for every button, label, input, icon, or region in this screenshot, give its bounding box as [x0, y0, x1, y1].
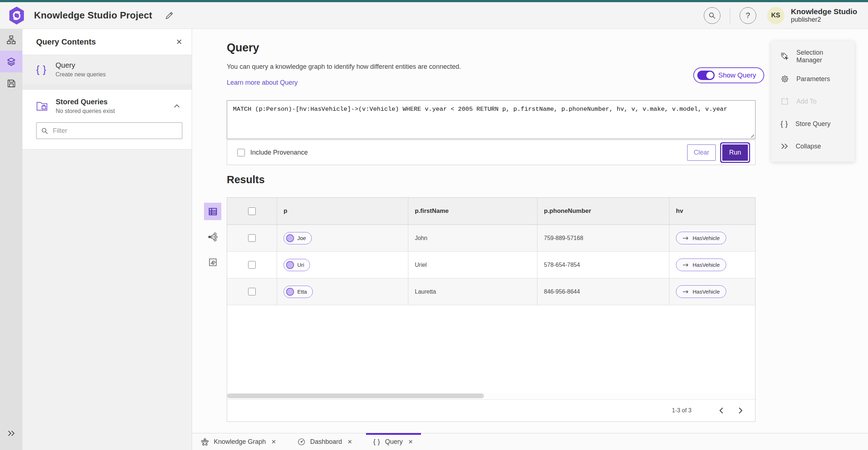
learn-more-link[interactable]: Learn more about Query — [227, 79, 298, 87]
close-icon[interactable]: ✕ — [408, 438, 414, 446]
tab-label: Query — [385, 438, 403, 446]
avatar[interactable]: KS — [767, 7, 784, 24]
column-header-firstname[interactable]: p.firstName — [408, 198, 537, 224]
user-name: Knowledge Studio — [791, 7, 857, 16]
close-icon[interactable]: ✕ — [347, 438, 353, 446]
cell-firstname: Lauretta — [415, 289, 436, 295]
column-header-p[interactable]: p — [277, 198, 408, 224]
graph-view-icon — [208, 232, 218, 241]
show-query-toggle[interactable]: Show Query — [693, 67, 764, 83]
query-contents-panel: Query Contents ✕ { } Query Create new qu… — [22, 29, 192, 450]
tool-selection-manager[interactable]: Selection Manager — [771, 45, 855, 68]
close-icon: ✕ — [176, 38, 182, 46]
pencil-icon — [165, 11, 174, 20]
folder-icon — [36, 101, 48, 112]
query-list-item[interactable]: { } Query Create new queries — [22, 55, 192, 84]
stored-queries-header[interactable]: Stored Queries No stored queries exist — [36, 98, 182, 114]
chevron-up-icon — [174, 104, 180, 108]
rail-item-saved[interactable] — [0, 72, 22, 94]
query-item-title: Query — [55, 61, 106, 70]
edge-pill[interactable]: HasVehicle — [676, 258, 726, 271]
chart-view-icon — [208, 258, 217, 267]
arrow-right-icon — [682, 290, 689, 294]
search-icon — [708, 12, 716, 20]
scrollbar-thumb[interactable] — [227, 394, 484, 398]
node-label: Etta — [297, 289, 307, 295]
tab-knowledge-graph[interactable]: Knowledge Graph ✕ — [195, 433, 283, 450]
filter-input[interactable] — [53, 127, 178, 135]
close-icon[interactable]: ✕ — [271, 438, 277, 446]
panel-close-button[interactable]: ✕ — [176, 38, 182, 46]
edge-label: HasVehicle — [693, 262, 720, 268]
toggle-on-icon — [697, 71, 715, 80]
main-content: Query You can query a knowledge graph to… — [192, 29, 868, 433]
tool-label: Selection Manager — [796, 49, 849, 64]
gear-icon — [780, 75, 789, 83]
next-page-button[interactable] — [735, 404, 746, 417]
tool-collapse[interactable]: Collapse — [771, 135, 855, 157]
row-checkbox[interactable] — [248, 288, 256, 295]
app-header: Knowledge Studio Project ? KS Knowledge … — [0, 2, 868, 29]
tool-label: Collapse — [796, 143, 821, 150]
chart-view-button[interactable] — [204, 253, 221, 271]
previous-page-button[interactable] — [716, 404, 727, 417]
tab-label: Dashboard — [310, 438, 342, 446]
node-label: Joe — [297, 235, 306, 241]
layers-icon — [7, 57, 16, 66]
include-provenance-checkbox[interactable] — [237, 149, 245, 156]
panel-header: Query Contents ✕ — [22, 29, 192, 55]
cell-phonenumber: 759-889-57168 — [544, 235, 583, 241]
search-icon — [41, 127, 48, 135]
run-button[interactable]: Run — [722, 144, 748, 161]
select-all-checkbox[interactable] — [248, 207, 256, 215]
tab-label: Knowledge Graph — [214, 438, 266, 446]
show-query-label: Show Query — [718, 71, 756, 79]
braces-icon: { } — [373, 438, 380, 446]
tool-add-to: Add To — [771, 90, 855, 113]
tab-query[interactable]: { } Query ✕ — [367, 433, 420, 450]
query-item-texts: Query Create new queries — [55, 61, 106, 78]
stored-queries-texts: Stored Queries No stored queries exist — [56, 98, 115, 114]
row-checkbox[interactable] — [248, 261, 256, 269]
edge-pill[interactable]: HasVehicle — [676, 232, 726, 244]
expand-panel-button[interactable] — [0, 422, 22, 444]
column-header-hv[interactable]: hv — [669, 198, 756, 224]
query-item-subtitle: Create new queries — [55, 71, 106, 78]
graph-view-button[interactable] — [204, 228, 221, 245]
tool-store-query[interactable]: { } Store Query — [771, 113, 855, 135]
stored-queries-subtitle: No stored queries exist — [56, 108, 115, 114]
node-pill[interactable]: Joe — [284, 232, 312, 244]
query-text-input[interactable]: MATCH (p:Person)-[hv:HasVehicle]->(v:Veh… — [227, 100, 756, 139]
braces-icon: { } — [780, 119, 788, 128]
search-button[interactable] — [704, 7, 720, 24]
double-chevron-right-icon — [780, 143, 788, 150]
edit-title-button[interactable] — [165, 11, 174, 20]
column-header-phonenumber[interactable]: p.phoneNumber — [537, 198, 669, 224]
results-table: p p.firstName p.phoneNumber hv Joe John … — [227, 197, 756, 422]
edge-pill[interactable]: HasVehicle — [676, 285, 726, 298]
panel-divider — [22, 84, 192, 90]
clear-button[interactable]: Clear — [687, 144, 716, 161]
tab-dashboard[interactable]: Dashboard ✕ — [292, 433, 359, 450]
collapse-section-button[interactable] — [171, 102, 182, 110]
row-checkbox[interactable] — [248, 234, 256, 242]
cell-phonenumber: 578-654-7854 — [544, 262, 580, 268]
tool-label: Add To — [796, 98, 817, 105]
rail-item-data-model[interactable] — [0, 29, 22, 51]
arrow-right-icon — [682, 263, 689, 267]
left-icon-rail — [0, 29, 22, 450]
node-icon — [286, 288, 294, 296]
include-provenance-label: Include Provenance — [250, 149, 308, 156]
node-pill[interactable]: Etta — [284, 286, 313, 298]
table-view-button[interactable] — [204, 203, 221, 220]
tool-parameters[interactable]: Parameters — [771, 68, 855, 90]
table-row: Uri Uriel 578-654-7854 HasVehicle — [227, 252, 756, 278]
help-button[interactable]: ? — [740, 7, 756, 24]
graph-icon — [201, 438, 209, 446]
node-pill[interactable]: Uri — [284, 259, 310, 271]
chevron-right-icon — [738, 407, 743, 414]
braces-icon: { } — [36, 64, 47, 75]
tool-label: Store Query — [795, 120, 830, 128]
node-label: Uri — [297, 262, 304, 268]
rail-item-query[interactable] — [0, 51, 22, 72]
